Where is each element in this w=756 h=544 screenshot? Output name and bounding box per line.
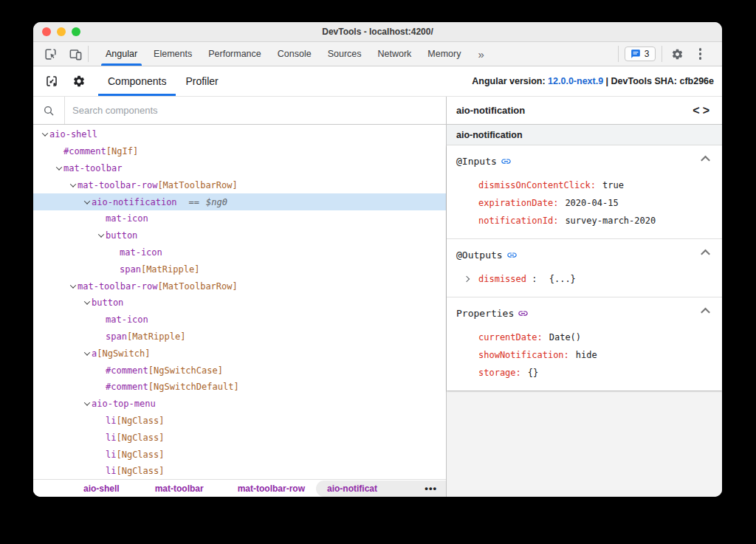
property-value[interactable]: 2020-04-15 [565, 198, 618, 208]
devtools-tab-elements[interactable]: Elements [145, 42, 200, 66]
chevron-down-icon[interactable] [55, 166, 63, 171]
property-row-expirationDate: expirationDate : 2020-04-15 [456, 194, 712, 212]
property-value[interactable]: {} [528, 368, 538, 378]
link-icon[interactable] [501, 156, 512, 167]
devtools-tab-performance[interactable]: Performance [200, 42, 269, 66]
tree-node-aio-notification[interactable]: aio-notification == $ng0 [33, 193, 446, 210]
tree-node-mat-toolbar-row[interactable]: mat-toolbar-row [MatToolbarRow] [33, 278, 446, 295]
window-title: DevTools - localhost:4200/ [322, 27, 433, 37]
breadcrumb-item-aio-shell[interactable]: aio-shell [83, 483, 120, 494]
tree-node-comment[interactable]: #comment [NgSwitchDefault] [33, 379, 446, 396]
tree-node-mat-toolbar-row[interactable]: mat-toolbar-row [MatToolbarRow] [33, 176, 446, 193]
angular-inspect-icon[interactable] [38, 66, 65, 96]
tree-node-li[interactable]: li [NgClass] [33, 463, 446, 479]
tree-node-span[interactable]: span [MatRipple] [33, 328, 446, 345]
angular-version-value[interactable]: 12.0.0-next.9 [548, 76, 603, 86]
tree-node-mat-toolbar[interactable]: mat-toolbar [33, 160, 446, 177]
tree-node-comment[interactable]: #comment [NgSwitchCase] [33, 362, 446, 379]
tree-node-name: span [120, 264, 141, 275]
tree-node-mat-icon[interactable]: mat-icon [33, 244, 446, 261]
breadcrumb-item-mat-toolbar[interactable]: mat-toolbar [155, 483, 204, 494]
tree-node-directive: [MatToolbarRow] [157, 180, 237, 190]
link-icon[interactable] [518, 308, 529, 319]
tree-node-name: li [106, 450, 116, 460]
tab-profiler[interactable]: Profiler [176, 66, 227, 96]
devtools-tab-sources[interactable]: Sources [320, 42, 370, 66]
property-row-storage: storage : {} [456, 364, 712, 382]
chevron-down-icon[interactable] [83, 402, 91, 406]
tree-node-mat-icon[interactable]: mat-icon [33, 210, 446, 227]
tree-node-a[interactable]: a [NgSwitch] [33, 345, 446, 362]
devtools-tab-strip: AngularElementsPerformanceConsoleSources… [97, 42, 470, 66]
angular-settings-gear-icon[interactable] [65, 66, 92, 96]
search-icon [33, 97, 65, 124]
tree-node-directive: [NgSwitch] [97, 348, 150, 359]
zoom-window-button[interactable] [72, 27, 80, 36]
property-value[interactable]: true [602, 180, 624, 190]
collapse-section-icon[interactable] [698, 247, 712, 262]
chevron-down-icon[interactable] [41, 132, 49, 137]
section-outputs: @Outputs dismissed : {...} [447, 238, 722, 297]
tree-node-aio-top-menu[interactable]: aio-top-menu [33, 396, 446, 413]
collapse-section-icon[interactable] [698, 306, 712, 320]
breadcrumb-label: mat-toolbar [155, 483, 204, 494]
devtools-window: DevTools - localhost:4200/ AngularElemen… [33, 22, 722, 497]
devtools-tab-console[interactable]: Console [269, 42, 320, 66]
device-toolbar-icon[interactable] [63, 42, 88, 66]
chevron-down-icon[interactable] [83, 351, 91, 356]
property-value[interactable]: hide [576, 350, 597, 360]
tree-node-li[interactable]: li [NgClass] [33, 413, 446, 430]
tree-node-li[interactable]: li [NgClass] [33, 446, 446, 463]
property-value[interactable]: {...} [549, 274, 576, 284]
property-sections: @Inputs dismissOnContentClick : true exp… [447, 145, 722, 390]
component-tree: aio-shell #comment [NgIf] mat-toolbar ma… [33, 125, 446, 479]
tree-node-name: aio-shell [49, 129, 97, 140]
inspect-element-icon[interactable] [38, 42, 63, 66]
property-key: currentDate [478, 332, 537, 342]
tree-node-span[interactable]: span [MatRipple] [33, 261, 446, 278]
devtools-tab-network[interactable]: Network [370, 42, 420, 66]
console-messages-button[interactable]: 3 [625, 47, 656, 61]
chevron-down-icon[interactable] [83, 300, 91, 305]
chevron-down-icon[interactable] [97, 233, 105, 238]
chevron-down-icon[interactable] [69, 284, 77, 289]
tree-node-name: mat-icon [106, 314, 148, 325]
view-source-icon[interactable]: <> [693, 104, 712, 117]
collapse-section-icon[interactable] [698, 154, 712, 168]
tab-components[interactable]: Components [98, 66, 176, 96]
chevron-down-icon[interactable] [83, 200, 91, 204]
devtools-tab-memory[interactable]: Memory [419, 42, 469, 66]
tree-node-button[interactable]: button [33, 227, 446, 244]
tree-node-directive: [MatRipple] [127, 331, 185, 342]
close-window-button[interactable] [42, 27, 51, 36]
breadcrumb-overflow-icon[interactable]: ••• [425, 483, 437, 494]
link-icon[interactable] [506, 249, 518, 261]
property-row-dismissed: dismissed : {...} [456, 270, 712, 288]
more-tabs-button[interactable]: » [470, 42, 493, 66]
tree-node-button[interactable]: button [33, 295, 446, 311]
content-area: aio-shell #comment [NgIf] mat-toolbar ma… [33, 97, 722, 497]
breadcrumb-item-aio-notificat[interactable]: aio-notificat ••• [316, 481, 446, 497]
tree-node-mat-icon[interactable]: mat-icon [33, 311, 446, 328]
section-rows: currentDate : Date() showNotification : … [456, 328, 712, 382]
settings-gear-icon[interactable] [668, 48, 687, 61]
search-input[interactable] [65, 97, 446, 124]
property-value[interactable]: survey-march-2020 [565, 216, 656, 226]
devtools-tab-angular[interactable]: Angular [97, 42, 145, 66]
breadcrumb-item-mat-toolbar-row[interactable]: mat-toolbar-row [238, 483, 305, 494]
angular-version-label: Angular version: [472, 76, 548, 86]
minimize-window-button[interactable] [57, 27, 66, 36]
breadcrumb-label: aio-notificat [327, 483, 377, 494]
property-key: notificationId [478, 216, 553, 226]
tree-node-comment[interactable]: #comment [NgIf] [33, 143, 446, 160]
devtools-menu-icon[interactable] [693, 48, 708, 60]
tree-node-name: #comment [63, 146, 106, 156]
toolbar-divider [618, 46, 619, 62]
property-separator: : [537, 332, 542, 342]
tree-node-aio-shell[interactable]: aio-shell [33, 126, 446, 143]
property-row-dismissOnContentClick: dismissOnContentClick : true [456, 176, 712, 194]
tree-node-li[interactable]: li [NgClass] [33, 429, 446, 446]
chevron-down-icon[interactable] [69, 183, 77, 187]
expand-chevron-icon[interactable] [462, 277, 471, 281]
property-value[interactable]: Date() [549, 332, 581, 342]
